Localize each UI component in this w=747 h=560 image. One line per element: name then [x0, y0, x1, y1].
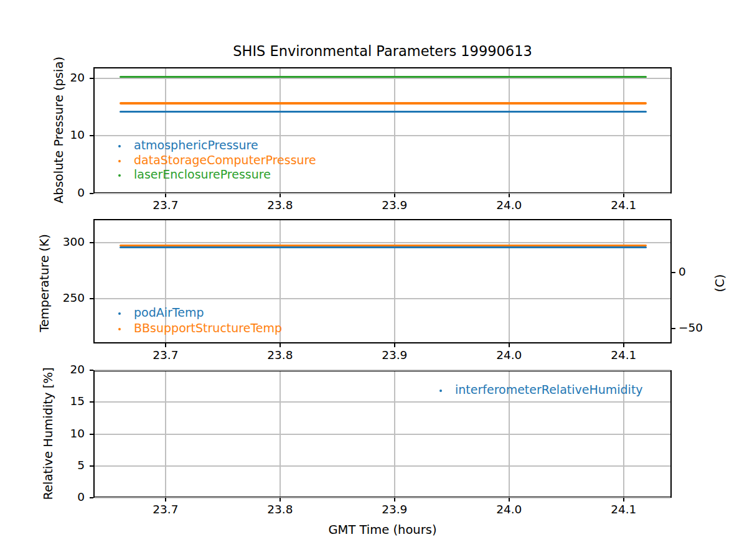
x-tick-mark [394, 194, 395, 197]
x-tick-mark [280, 194, 281, 197]
y-tick-mark [90, 298, 93, 299]
x-tick-label: 23.8 [258, 348, 302, 362]
y-gridline [95, 135, 670, 136]
legend-marker-podAirTemp [118, 312, 121, 315]
y-tick-mark [90, 242, 93, 243]
y-tick-mark [90, 78, 93, 79]
x-axis-label: GMT Time (hours) [93, 523, 672, 537]
y-tick-label: 5 [42, 459, 85, 472]
y-tick-mark [90, 434, 93, 435]
y-gridline [95, 242, 670, 243]
y-tick-label: 300 [42, 235, 85, 248]
x-tick-label: 24.0 [487, 503, 531, 516]
y-tick-label: 0 [42, 186, 85, 199]
y-gridline [95, 465, 670, 467]
legend-label-laserEnclosurePressure: laserEnclosurePressure [134, 167, 271, 181]
legend-marker-BBsupportStructureTemp [118, 328, 121, 330]
legend-label-BBsupportStructureTemp: BBsupportStructureTemp [134, 321, 282, 335]
x-gridline [509, 68, 510, 192]
y-tick-label: 0 [42, 490, 85, 503]
x-tick-label: 23.7 [144, 198, 187, 212]
legend-marker-interferometerRelativeHumidity [439, 390, 442, 392]
x-tick-label: 23.7 [144, 503, 187, 516]
temperature-plot-area: podAirTempBBsupportStructureTemp [93, 219, 672, 343]
right-tick-label: 0 [679, 265, 722, 278]
legend-marker-laserEnclosurePressure [118, 174, 121, 177]
legend-label-atmosphericPressure: atmosphericPressure [134, 138, 258, 152]
x-tick-mark [509, 343, 510, 347]
series-line-BBsupportStructureTemp [120, 245, 646, 246]
x-tick-label: 23.9 [373, 198, 416, 212]
x-tick-mark [623, 343, 624, 347]
y-gridline [95, 78, 670, 79]
y-gridline [95, 497, 670, 498]
x-tick-label: 23.8 [258, 503, 302, 516]
legend-label-podAirTemp: podAirTemp [134, 306, 204, 319]
y-gridline [95, 401, 670, 403]
legend-marker-atmosphericPressure [118, 145, 121, 147]
temperature-y-axis-label: Temperature (K) [37, 234, 52, 332]
y-tick-label: 10 [42, 128, 85, 141]
x-tick-label: 23.7 [144, 348, 187, 362]
x-tick-label: 23.9 [373, 503, 416, 516]
x-tick-label: 23.9 [373, 348, 416, 362]
x-tick-mark [623, 498, 624, 502]
x-gridline [280, 68, 281, 192]
x-tick-label: 23.8 [258, 198, 302, 212]
legend-label-dataStorageComputerPressure: dataStorageComputerPressure [134, 153, 316, 167]
y-tick-mark [90, 370, 93, 371]
y-tick-mark [90, 465, 93, 467]
x-tick-label: 24.1 [602, 503, 646, 516]
x-gridline [509, 220, 510, 342]
figure-canvas: SHIS Environmental Parameters 19990613 a… [0, 0, 747, 560]
legend-marker-dataStorageComputerPressure [118, 160, 121, 162]
x-tick-mark [165, 498, 166, 502]
x-tick-mark [394, 498, 395, 502]
x-tick-label: 24.1 [602, 198, 646, 212]
series-line-podAirTemp [120, 246, 646, 248]
y-tick-label: 250 [42, 291, 85, 304]
x-tick-mark [165, 343, 166, 347]
series-line-laserEnclosurePressure [120, 76, 646, 78]
right-tick-label: −50 [679, 321, 722, 334]
y-tick-mark [90, 135, 93, 136]
x-tick-label: 24.0 [487, 198, 531, 212]
y-tick-mark [90, 193, 93, 194]
x-tick-mark [623, 194, 624, 197]
x-tick-mark [280, 498, 281, 502]
x-gridline [394, 220, 395, 342]
y-tick-label: 20 [42, 71, 85, 84]
y-gridline [95, 434, 670, 435]
x-tick-mark [165, 194, 166, 197]
y-tick-label: 20 [42, 363, 85, 376]
y-tick-label: 15 [42, 394, 85, 408]
legend-label-interferometerRelativeHumidity: interferometerRelativeHumidity [455, 383, 643, 396]
y-gridline [95, 298, 670, 299]
y-gridline [95, 370, 670, 371]
y-gridline [95, 193, 670, 194]
x-tick-mark [280, 343, 281, 347]
humidity-plot-area: interferometerRelativeHumidity [93, 370, 672, 498]
right-tick-mark [672, 328, 675, 329]
x-gridline [623, 68, 624, 192]
y-tick-label: 10 [42, 427, 85, 440]
x-gridline [623, 220, 624, 342]
x-gridline [394, 68, 395, 192]
y-tick-mark [90, 401, 93, 403]
x-tick-label: 24.1 [602, 348, 646, 362]
x-tick-mark [509, 498, 510, 502]
pressure-plot-area: atmosphericPressuredataStorageComputerPr… [93, 67, 672, 194]
series-line-dataStorageComputerPressure [120, 102, 646, 104]
y-tick-mark [90, 497, 93, 498]
series-line-atmosphericPressure [120, 111, 646, 113]
right-tick-mark [672, 272, 675, 273]
figure-title: SHIS Environmental Parameters 19990613 [93, 43, 672, 59]
x-tick-label: 24.0 [487, 348, 531, 362]
x-tick-mark [509, 194, 510, 197]
x-tick-mark [394, 343, 395, 347]
